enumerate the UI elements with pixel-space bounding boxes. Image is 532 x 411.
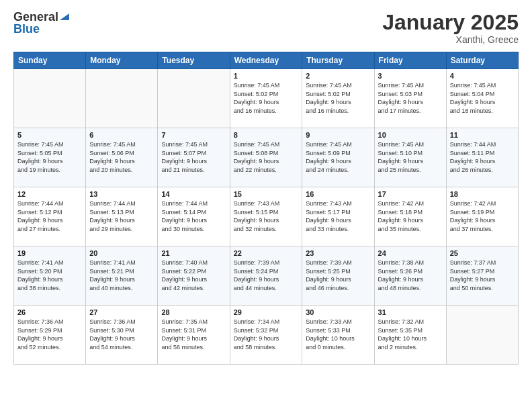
calendar-cell: 26Sunrise: 7:36 AM Sunset: 5:29 PM Dayli…	[14, 306, 86, 365]
calendar-cell	[158, 69, 230, 128]
header-monday: Monday	[86, 52, 158, 69]
calendar-cell: 3Sunrise: 7:45 AM Sunset: 5:03 PM Daylig…	[374, 69, 446, 128]
calendar-week-3: 12Sunrise: 7:44 AM Sunset: 5:12 PM Dayli…	[14, 187, 519, 246]
calendar-cell: 7Sunrise: 7:45 AM Sunset: 5:07 PM Daylig…	[158, 128, 230, 187]
day-info: Sunrise: 7:39 AM Sunset: 5:24 PM Dayligh…	[234, 259, 299, 292]
day-info: Sunrise: 7:43 AM Sunset: 5:17 PM Dayligh…	[306, 199, 370, 233]
day-number: 11	[450, 131, 515, 139]
calendar-cell: 10Sunrise: 7:45 AM Sunset: 5:10 PM Dayli…	[374, 128, 446, 187]
month-title: January 2025	[382, 11, 519, 34]
calendar-cell: 23Sunrise: 7:39 AM Sunset: 5:25 PM Dayli…	[302, 246, 374, 306]
day-number: 19	[17, 249, 82, 257]
day-info: Sunrise: 7:45 AM Sunset: 5:03 PM Dayligh…	[378, 81, 443, 115]
calendar-cell: 5Sunrise: 7:45 AM Sunset: 5:05 PM Daylig…	[14, 128, 86, 187]
calendar-week-4: 19Sunrise: 7:41 AM Sunset: 5:20 PM Dayli…	[14, 246, 519, 306]
day-info: Sunrise: 7:45 AM Sunset: 5:07 PM Dayligh…	[161, 140, 226, 174]
day-info: Sunrise: 7:33 AM Sunset: 5:33 PM Dayligh…	[306, 318, 370, 351]
day-number: 1	[234, 72, 299, 80]
day-info: Sunrise: 7:45 AM Sunset: 5:10 PM Dayligh…	[378, 140, 443, 174]
calendar-cell: 8Sunrise: 7:45 AM Sunset: 5:08 PM Daylig…	[230, 128, 302, 187]
logo-blue-text: Blue	[13, 22, 40, 36]
header-sunday: Sunday	[14, 52, 86, 69]
calendar-cell: 14Sunrise: 7:44 AM Sunset: 5:14 PM Dayli…	[158, 187, 230, 246]
day-info: Sunrise: 7:37 AM Sunset: 5:27 PM Dayligh…	[450, 259, 515, 292]
weekday-header-row: Sunday Monday Tuesday Wednesday Thursday…	[14, 52, 519, 69]
calendar-cell: 11Sunrise: 7:44 AM Sunset: 5:11 PM Dayli…	[446, 128, 518, 187]
calendar-cell: 15Sunrise: 7:43 AM Sunset: 5:15 PM Dayli…	[230, 187, 302, 246]
logo-general-text: General	[13, 11, 58, 23]
day-info: Sunrise: 7:45 AM Sunset: 5:05 PM Dayligh…	[17, 140, 82, 174]
calendar-cell: 4Sunrise: 7:45 AM Sunset: 5:04 PM Daylig…	[446, 69, 518, 128]
header-wednesday: Wednesday	[230, 52, 302, 69]
calendar-cell: 17Sunrise: 7:42 AM Sunset: 5:18 PM Dayli…	[374, 187, 446, 246]
day-info: Sunrise: 7:39 AM Sunset: 5:25 PM Dayligh…	[306, 259, 370, 292]
calendar-cell: 6Sunrise: 7:45 AM Sunset: 5:06 PM Daylig…	[86, 128, 158, 187]
day-number: 30	[306, 308, 370, 316]
calendar-cell: 19Sunrise: 7:41 AM Sunset: 5:20 PM Dayli…	[14, 246, 86, 306]
calendar-week-2: 5Sunrise: 7:45 AM Sunset: 5:05 PM Daylig…	[14, 128, 519, 187]
calendar-cell: 18Sunrise: 7:42 AM Sunset: 5:19 PM Dayli…	[446, 187, 518, 246]
day-number: 13	[89, 190, 154, 198]
calendar-cell	[86, 69, 158, 128]
day-number: 2	[306, 72, 370, 80]
day-info: Sunrise: 7:34 AM Sunset: 5:32 PM Dayligh…	[234, 318, 299, 351]
day-number: 28	[161, 308, 226, 316]
day-info: Sunrise: 7:36 AM Sunset: 5:30 PM Dayligh…	[89, 318, 154, 351]
day-info: Sunrise: 7:38 AM Sunset: 5:26 PM Dayligh…	[378, 259, 443, 292]
day-number: 27	[89, 308, 154, 316]
day-info: Sunrise: 7:44 AM Sunset: 5:11 PM Dayligh…	[450, 140, 515, 174]
calendar-cell: 29Sunrise: 7:34 AM Sunset: 5:32 PM Dayli…	[230, 306, 302, 365]
day-number: 4	[450, 72, 515, 80]
day-number: 10	[378, 131, 443, 139]
day-number: 15	[234, 190, 299, 198]
calendar-cell: 31Sunrise: 7:32 AM Sunset: 5:35 PM Dayli…	[374, 306, 446, 365]
day-info: Sunrise: 7:45 AM Sunset: 5:02 PM Dayligh…	[234, 81, 299, 115]
day-info: Sunrise: 7:44 AM Sunset: 5:12 PM Dayligh…	[17, 199, 82, 233]
day-info: Sunrise: 7:43 AM Sunset: 5:15 PM Dayligh…	[234, 199, 299, 233]
logo-icon	[60, 12, 69, 21]
header: General Blue January 2025 Xanthi, Greece	[13, 11, 519, 45]
day-number: 5	[17, 131, 82, 139]
calendar-cell: 1Sunrise: 7:45 AM Sunset: 5:02 PM Daylig…	[230, 69, 302, 128]
day-number: 31	[378, 308, 443, 316]
header-tuesday: Tuesday	[158, 52, 230, 69]
header-thursday: Thursday	[302, 52, 374, 69]
calendar-week-5: 26Sunrise: 7:36 AM Sunset: 5:29 PM Dayli…	[14, 306, 519, 365]
day-number: 18	[450, 190, 515, 198]
calendar-cell: 22Sunrise: 7:39 AM Sunset: 5:24 PM Dayli…	[230, 246, 302, 306]
calendar-cell: 28Sunrise: 7:35 AM Sunset: 5:31 PM Dayli…	[158, 306, 230, 365]
logo: General Blue	[13, 11, 69, 35]
day-info: Sunrise: 7:44 AM Sunset: 5:14 PM Dayligh…	[161, 199, 226, 233]
day-number: 14	[161, 190, 226, 198]
day-info: Sunrise: 7:41 AM Sunset: 5:20 PM Dayligh…	[17, 259, 82, 292]
calendar-cell	[446, 306, 518, 365]
day-number: 6	[89, 131, 154, 139]
day-info: Sunrise: 7:45 AM Sunset: 5:09 PM Dayligh…	[306, 140, 370, 174]
page: General Blue January 2025 Xanthi, Greece…	[0, 0, 532, 411]
calendar-cell: 2Sunrise: 7:45 AM Sunset: 5:02 PM Daylig…	[302, 69, 374, 128]
day-info: Sunrise: 7:44 AM Sunset: 5:13 PM Dayligh…	[89, 199, 154, 233]
calendar-cell: 25Sunrise: 7:37 AM Sunset: 5:27 PM Dayli…	[446, 246, 518, 306]
calendar-cell: 21Sunrise: 7:40 AM Sunset: 5:22 PM Dayli…	[158, 246, 230, 306]
day-info: Sunrise: 7:40 AM Sunset: 5:22 PM Dayligh…	[161, 259, 226, 292]
day-info: Sunrise: 7:45 AM Sunset: 5:08 PM Dayligh…	[234, 140, 299, 174]
day-info: Sunrise: 7:36 AM Sunset: 5:29 PM Dayligh…	[17, 318, 82, 351]
calendar-cell: 9Sunrise: 7:45 AM Sunset: 5:09 PM Daylig…	[302, 128, 374, 187]
day-number: 12	[17, 190, 82, 198]
calendar-week-1: 1Sunrise: 7:45 AM Sunset: 5:02 PM Daylig…	[14, 69, 519, 128]
header-saturday: Saturday	[446, 52, 518, 69]
day-info: Sunrise: 7:42 AM Sunset: 5:19 PM Dayligh…	[450, 199, 515, 233]
day-number: 17	[378, 190, 443, 198]
day-info: Sunrise: 7:41 AM Sunset: 5:21 PM Dayligh…	[89, 259, 154, 292]
location: Xanthi, Greece	[382, 34, 519, 45]
calendar-cell: 20Sunrise: 7:41 AM Sunset: 5:21 PM Dayli…	[86, 246, 158, 306]
header-friday: Friday	[374, 52, 446, 69]
day-number: 3	[378, 72, 443, 80]
calendar-cell: 16Sunrise: 7:43 AM Sunset: 5:17 PM Dayli…	[302, 187, 374, 246]
day-number: 9	[306, 131, 370, 139]
day-number: 21	[161, 249, 226, 257]
day-number: 20	[89, 249, 154, 257]
calendar-cell: 27Sunrise: 7:36 AM Sunset: 5:30 PM Dayli…	[86, 306, 158, 365]
day-number: 23	[306, 249, 370, 257]
day-info: Sunrise: 7:42 AM Sunset: 5:18 PM Dayligh…	[378, 199, 443, 233]
